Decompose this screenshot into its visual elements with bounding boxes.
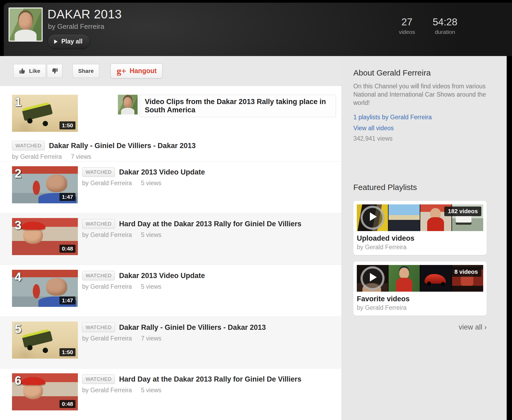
video-thumbnail[interactable]: 6 0:48 — [12, 373, 78, 410]
commenter-avatar-image — [118, 95, 138, 114]
video-title-link[interactable]: Hard Day at the Dakar 2013 Rally for Gin… — [119, 375, 301, 383]
playlist-thumbnail-strip: 182 videos — [357, 204, 483, 231]
video-thumbnail[interactable]: 2 1:47 — [12, 166, 78, 203]
play-all-label: Play all — [61, 38, 82, 45]
video-title-link[interactable]: Dakar Rally - Giniel De Villiers - Dakar… — [119, 323, 266, 332]
video-row[interactable]: 5 1:50 Video Clips from the Dakar 2013 R… — [0, 316, 341, 368]
playlists-by-link[interactable]: 1 playlists by Gerald Ferreira — [353, 114, 488, 121]
video-row[interactable]: 1 1:50 Video Clips from the Dakar 2013 R… — [0, 86, 341, 161]
featured-playlists: 182 videos Uploaded videos by Gerald Fer… — [353, 201, 488, 316]
video-thumbnail[interactable]: 3 0:48 — [12, 218, 78, 255]
view-all-playlists-link[interactable]: view all › — [353, 323, 487, 331]
featured-playlist-author: by Gerald Ferreira — [357, 304, 483, 311]
hangout-button[interactable]: g+ Hangout — [110, 64, 163, 78]
featured-playlist-title[interactable]: Favorite videos — [357, 295, 483, 303]
playlist-index-number: 2 — [15, 166, 22, 181]
playlist-note: Video Clips from the Dakar 2013 Rally ta… — [118, 95, 336, 117]
video-view-count: 5 views — [141, 283, 162, 290]
playlist-thumbnail-strip: 8 videos — [357, 265, 483, 292]
duration-badge: 0:48 — [59, 400, 75, 408]
duration-badge: 1:50 — [59, 348, 75, 356]
watched-badge: WATCHED — [82, 374, 115, 384]
like-button[interactable]: Like — [13, 64, 46, 78]
featured-playlist-card[interactable]: 8 videos Favorite videos by Gerald Ferre… — [353, 261, 487, 316]
share-label: Share — [78, 68, 94, 74]
commenter-avatar[interactable] — [118, 95, 138, 114]
play-overlay-icon — [361, 266, 385, 290]
video-row[interactable]: 2 1:47 Video Clips from the Dakar 2013 R… — [0, 161, 341, 213]
video-author: by Gerald Ferreira — [82, 231, 132, 239]
stat-videos-label: videos — [399, 29, 415, 35]
video-author: by Gerald Ferreira — [82, 283, 132, 290]
playlist-note-text: Video Clips from the Dakar 2013 Rally ta… — [145, 98, 331, 114]
header-background: DAKAR 2013 by Gerald Ferreira Play all 2… — [4, 3, 512, 56]
view-all-videos-link[interactable]: View all videos — [353, 125, 488, 132]
main-content: Like Share g+ Hangout 1 1:50 — [0, 56, 507, 420]
video-row[interactable]: 6 0:48 Video Clips from the Dakar 2013 R… — [0, 368, 341, 420]
thumbs-up-icon — [19, 68, 26, 74]
watched-badge: WATCHED — [12, 141, 45, 150]
play-overlay-icon — [361, 206, 385, 230]
playlist-index-number: 3 — [15, 218, 22, 232]
action-bar: Like Share g+ Hangout — [0, 56, 341, 86]
playlist-thumbnail — [389, 265, 420, 292]
video-view-count: 5 views — [141, 180, 162, 187]
watched-badge: WATCHED — [82, 271, 115, 280]
video-meta: WATCHED Hard Day at the Dakar 2013 Rally… — [82, 374, 336, 394]
video-author: by Gerald Ferreira — [82, 335, 132, 342]
video-thumbnail[interactable]: 4 1:47 — [12, 270, 78, 307]
featured-playlist-title[interactable]: Uploaded videos — [357, 234, 483, 243]
video-row[interactable]: 3 0:48 Video Clips from the Dakar 2013 R… — [0, 213, 341, 265]
like-label: Like — [29, 68, 40, 74]
playlist-stats: 27 videos 54:28 duration — [399, 17, 457, 35]
featured-playlist-author: by Gerald Ferreira — [357, 244, 483, 251]
video-meta: WATCHED Dakar Rally - Giniel De Villiers… — [82, 323, 336, 342]
playlist-thumbnail — [420, 265, 451, 292]
playlist-index-number: 4 — [15, 270, 22, 284]
video-meta: WATCHED Dakar 2013 Video Update by Geral… — [82, 167, 336, 187]
video-thumbnail[interactable]: 5 1:50 — [12, 322, 78, 359]
featured-playlists-heading: Featured Playlists — [353, 183, 488, 192]
play-all-button[interactable]: Play all — [47, 34, 90, 49]
video-view-count: 7 views — [71, 153, 91, 160]
playlist-column: Like Share g+ Hangout 1 1:50 — [0, 56, 341, 420]
video-row[interactable]: 4 1:47 Video Clips from the Dakar 2013 R… — [0, 265, 341, 316]
play-icon — [54, 39, 58, 44]
video-author: by Gerald Ferreira — [82, 387, 132, 394]
stat-duration: 54:28 duration — [433, 17, 457, 35]
video-meta: WATCHED Dakar Rally - Giniel De Villiers… — [12, 141, 336, 160]
playlist-page: DAKAR 2013 by Gerald Ferreira Play all 2… — [0, 0, 512, 420]
video-author: by Gerald Ferreira — [82, 180, 132, 187]
video-title-link[interactable]: Dakar 2013 Video Update — [119, 168, 205, 176]
video-meta: WATCHED Hard Day at the Dakar 2013 Rally… — [82, 219, 336, 239]
stat-duration-label: duration — [433, 29, 457, 35]
stat-videos: 27 videos — [399, 17, 415, 35]
featured-playlist-card[interactable]: 182 videos Uploaded videos by Gerald Fer… — [353, 201, 487, 255]
about-heading: About Gerald Ferreira — [353, 68, 488, 77]
playlist-index-number: 6 — [15, 373, 22, 388]
channel-avatar[interactable] — [9, 7, 43, 42]
video-title-link[interactable]: Hard Day at the Dakar 2013 Rally for Gin… — [119, 220, 301, 228]
playlist-video-count-badge: 182 videos — [444, 207, 481, 216]
video-list: 1 1:50 Video Clips from the Dakar 2013 R… — [0, 86, 341, 420]
playlist-author: by Gerald Ferreira — [48, 22, 104, 31]
hangout-label: Hangout — [130, 67, 157, 75]
about-description: On this Channel you will find videos fro… — [353, 82, 488, 107]
channel-total-views: 342,941 views — [353, 135, 488, 142]
video-view-count: 5 views — [141, 231, 162, 239]
playlist-note-box: Video Clips from the Dakar 2013 Rally ta… — [140, 95, 336, 117]
video-thumbnail[interactable]: 1 1:50 — [12, 95, 78, 132]
video-title-link[interactable]: Dakar 2013 Video Update — [119, 272, 205, 280]
playlist-index-number: 5 — [15, 322, 22, 336]
duration-badge: 1:47 — [59, 193, 75, 201]
share-button[interactable]: Share — [73, 64, 99, 78]
video-title-link[interactable]: Dakar Rally - Giniel De Villiers - Dakar… — [49, 142, 195, 150]
playlist-index-number: 1 — [15, 95, 22, 109]
watched-badge: WATCHED — [82, 167, 115, 177]
duration-badge: 1:47 — [59, 296, 75, 304]
dislike-button[interactable] — [47, 64, 62, 78]
duration-badge: 0:48 — [59, 245, 75, 253]
channel-avatar-image — [10, 9, 42, 41]
playlist-video-count-badge: 8 videos — [451, 267, 481, 277]
thumbs-down-icon — [51, 68, 58, 74]
